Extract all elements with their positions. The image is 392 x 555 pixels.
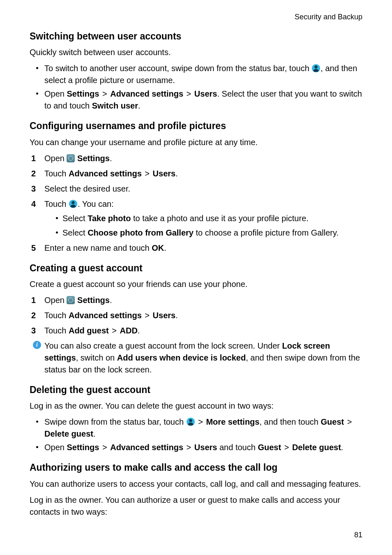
text: Touch — [44, 326, 69, 335]
section-title-deleting: Deleting the guest account — [30, 383, 362, 397]
section-title-authorizing: Authorizing users to make calls and acce… — [30, 461, 362, 474]
label-users: Users — [194, 89, 217, 98]
label-delete-guest: Delete guest — [292, 443, 341, 452]
text: . — [341, 443, 344, 452]
creating-step-3: Touch Add guest > ADD. — [30, 325, 362, 337]
label-users: Users — [153, 311, 176, 320]
intro-switching: Quickly switch between user accounts. — [30, 46, 362, 58]
label-settings: Settings — [67, 443, 99, 452]
creating-step-1: Open Settings. — [30, 294, 362, 306]
label-advanced-settings: Advanced settings — [110, 443, 183, 452]
switching-bullet-1: To switch to another user account, swipe… — [30, 62, 362, 86]
separator: > — [99, 443, 110, 452]
label-add-guest: Add guest — [69, 326, 109, 335]
configuring-step-1: Open Settings. — [30, 153, 362, 164]
page-number: 81 — [354, 530, 362, 540]
page: Security and Backup Switching between us… — [0, 0, 392, 555]
text: Touch — [44, 169, 69, 178]
separator: > — [344, 417, 353, 426]
text: Open — [44, 296, 67, 305]
settings-app-icon — [67, 296, 75, 304]
label-delete-guest: Delete guest — [44, 429, 93, 438]
label-advanced-settings: Advanced settings — [69, 311, 142, 320]
label-advanced-settings: Advanced settings — [69, 169, 142, 178]
text: , and then touch — [259, 417, 321, 426]
label-users: Users — [153, 169, 176, 178]
text: Open — [44, 154, 67, 163]
label-settings: Settings — [67, 89, 99, 98]
section-title-switching: Switching between user accounts — [30, 30, 362, 43]
intro-deleting: Log in as the owner. You can delete the … — [30, 400, 362, 412]
header-section-label: Security and Backup — [30, 12, 362, 22]
text: . — [175, 169, 178, 178]
text: Touch — [44, 199, 69, 208]
configuring-step-4: Touch . You can: Select Take photo to ta… — [30, 198, 362, 239]
text: Open — [44, 89, 67, 98]
info-icon: i — [33, 341, 41, 349]
label-advanced-settings: Advanced settings — [110, 89, 183, 98]
text: Open — [44, 443, 67, 452]
separator: > — [281, 443, 292, 452]
text: and touch — [217, 443, 258, 452]
text: to choose a profile picture from Gallery… — [194, 228, 339, 237]
user-icon — [186, 417, 195, 426]
deleting-bullet-2: Open Settings > Advanced settings > User… — [30, 442, 362, 453]
text: . You can: — [78, 199, 114, 208]
user-icon — [69, 199, 78, 208]
settings-app-icon — [67, 154, 75, 162]
text: , switch on — [76, 353, 117, 362]
separator: > — [183, 443, 194, 452]
label-settings: Settings — [77, 154, 110, 163]
separator: > — [142, 311, 153, 320]
text: . — [93, 429, 96, 438]
section-title-creating: Creating a guest account — [30, 261, 362, 275]
label-take-photo: Take photo — [88, 214, 131, 223]
deleting-bullets: Swipe down from the status bar, touch > … — [30, 416, 362, 453]
label-settings: Settings — [77, 296, 110, 305]
text: to take a photo and use it as your profi… — [131, 214, 308, 223]
label-guest: Guest — [258, 443, 281, 452]
text: . — [138, 101, 141, 110]
label-choose-photo: Choose photo from Gallery — [88, 228, 194, 237]
separator: > — [142, 169, 153, 178]
creating-steps: Open Settings. Touch Advanced settings >… — [30, 294, 362, 337]
configuring-steps: Open Settings. Touch Advanced settings >… — [30, 153, 362, 254]
deleting-bullet-1: Swipe down from the status bar, touch > … — [30, 416, 362, 440]
text: Enter a new name and touch — [44, 243, 152, 252]
text: . — [110, 296, 112, 305]
text: Touch — [44, 311, 69, 320]
configuring-step-5: Enter a new name and touch OK. — [30, 242, 362, 254]
text: Select — [62, 228, 88, 237]
label-add: ADD — [120, 326, 138, 335]
label-ok: OK — [152, 243, 164, 252]
intro-creating: Create a guest account so your friends c… — [30, 278, 362, 290]
section-title-configuring: Configuring usernames and profile pictur… — [30, 119, 362, 133]
configuring-step-3: Select the desired user. — [30, 183, 362, 195]
sub-bullet-choose-photo: Select Choose photo from Gallery to choo… — [54, 227, 362, 239]
text: . — [110, 154, 112, 163]
text: Swipe down from the status bar, touch — [44, 417, 186, 426]
switching-bullet-2: Open Settings > Advanced settings > User… — [30, 88, 362, 112]
text: To switch to another user account, swipe… — [44, 64, 311, 73]
text: . — [138, 326, 140, 335]
authorizing-p2: Log in as the owner. You can authorize a… — [30, 494, 362, 518]
authorizing-p1: You can authorize users to access your c… — [30, 478, 362, 490]
text: Select — [62, 214, 88, 223]
intro-configuring: You can change your username and profile… — [30, 136, 362, 148]
configuring-step4-subbullets: Select Take photo to take a photo and us… — [54, 213, 362, 239]
configuring-step-2: Touch Advanced settings > Users. — [30, 168, 362, 180]
separator: > — [195, 417, 206, 426]
text: . — [164, 243, 166, 252]
sub-bullet-take-photo: Select Take photo to take a photo and us… — [54, 213, 362, 224]
text: You can also create a guest account from… — [44, 341, 282, 350]
text: . — [175, 311, 178, 320]
label-switch-user: Switch user — [92, 101, 138, 110]
creating-step-2: Touch Advanced settings > Users. — [30, 310, 362, 321]
separator: > — [109, 326, 120, 335]
creating-note: i You can also create a guest account fr… — [30, 340, 362, 376]
separator: > — [99, 89, 110, 98]
label-add-users-when-locked: Add users when device is locked — [117, 353, 246, 362]
separator: > — [183, 89, 194, 98]
label-users: Users — [194, 443, 217, 452]
switching-bullets: To switch to another user account, swipe… — [30, 62, 362, 112]
